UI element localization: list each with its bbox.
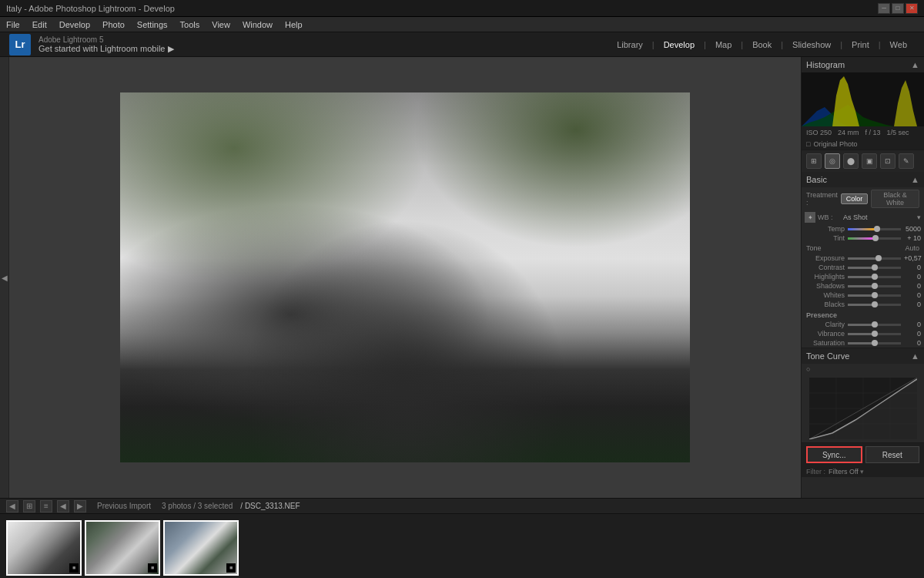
menu-tools[interactable]: Tools (180, 20, 200, 29)
filmstrip-next-button[interactable]: ▶ (74, 500, 86, 512)
filmstrip-back-button[interactable]: ◀ (6, 500, 18, 512)
minimize-button[interactable]: ─ (878, 3, 890, 14)
sync-button[interactable]: Sync... (806, 446, 862, 463)
exposure-slider[interactable] (848, 257, 901, 260)
center-content (9, 57, 801, 498)
tint-slider[interactable] (848, 237, 901, 240)
tone-curve-title: Tone Curve (806, 351, 849, 361)
nav-slideshow[interactable]: Slideshow (785, 37, 839, 52)
close-button[interactable]: ✕ (906, 3, 918, 14)
menu-bar: File Edit Develop Photo Settings Tools V… (0, 17, 924, 32)
sync-reset-bar: Sync... Reset (802, 443, 924, 466)
lr-logo: Lr (9, 34, 31, 55)
original-photo-icon: □ (806, 140, 810, 148)
contrast-slider-row: Contrast 0 (802, 263, 924, 272)
blacks-value: 0 (904, 301, 921, 308)
wb-picker-icon[interactable]: ✦ (805, 212, 815, 223)
clarity-slider[interactable] (848, 324, 901, 326)
histogram-section: Histogram ▲ ISO 250 (802, 57, 924, 150)
vibrance-value: 0 (904, 330, 921, 338)
basic-collapse-icon: ▲ (911, 175, 919, 184)
thumbnail-3[interactable]: ■ (163, 520, 239, 576)
tone-curve-header[interactable]: Tone Curve ▲ (802, 348, 924, 364)
menu-develop[interactable]: Develop (59, 20, 90, 29)
tint-slider-row: Tint + 10 (802, 234, 924, 243)
color-treatment-button[interactable]: Color (841, 193, 869, 204)
presence-label: Presence (802, 309, 924, 320)
nav-book[interactable]: Book (745, 37, 779, 52)
nav-web[interactable]: Web (882, 37, 915, 52)
tone-auto-button[interactable]: Auto (905, 244, 919, 252)
contrast-label: Contrast (805, 264, 845, 271)
saturation-slider[interactable] (848, 342, 901, 344)
blacks-slider-row: Blacks 0 (802, 300, 924, 309)
highlights-slider[interactable] (848, 276, 901, 278)
reset-button[interactable]: Reset (865, 446, 920, 463)
lr-subtitle-arrow[interactable]: ▶ (168, 44, 174, 54)
whites-slider[interactable] (848, 294, 901, 297)
filmstrip-prev-button[interactable]: ◀ (57, 500, 69, 512)
nav-develop[interactable]: Develop (656, 37, 702, 52)
photo-content (120, 92, 690, 462)
nav-library[interactable]: Library (609, 37, 651, 52)
heal-tool[interactable]: ◎ (825, 153, 840, 169)
exposure-value: +0,57 (904, 254, 921, 262)
wb-label: WB : (818, 213, 841, 221)
shadows-slider[interactable] (848, 285, 901, 287)
thumbnail-2[interactable]: ■ (85, 520, 160, 576)
crop-tool[interactable]: ⊞ (806, 153, 822, 169)
right-panel: Histogram ▲ ISO 250 (801, 57, 924, 498)
filter-dropdown-icon[interactable]: ▾ (860, 468, 864, 476)
menu-photo[interactable]: Photo (102, 20, 125, 29)
bw-treatment-button[interactable]: Black & White (871, 190, 919, 208)
temp-slider-row: Temp 5000 (802, 224, 924, 234)
histogram-meta: ISO 250 24 mm f / 13 1/5 sec (802, 126, 924, 139)
filter-value: Filters Off (829, 468, 859, 476)
thumbnail-1[interactable]: ■ (6, 520, 82, 576)
radial-filter-tool[interactable]: ⊡ (880, 153, 896, 169)
grad-filter-tool[interactable]: ▣ (862, 153, 877, 169)
basic-panel-section: Basic ▲ Treatment : Color Black & White … (802, 172, 924, 348)
vibrance-slider[interactable] (848, 333, 901, 335)
temp-value: 5000 (904, 225, 921, 233)
maximize-button[interactable]: □ (892, 3, 904, 14)
treatment-label: Treatment : (806, 191, 838, 207)
tone-curve-collapse-icon: ▲ (911, 351, 919, 361)
menu-settings[interactable]: Settings (137, 20, 168, 29)
contrast-value: 0 (904, 264, 921, 271)
saturation-value: 0 (904, 339, 921, 347)
wb-dropdown-icon[interactable]: ▾ (917, 213, 921, 221)
menu-help[interactable]: Help (285, 20, 303, 29)
brush-tool[interactable]: ✎ (899, 153, 914, 169)
filmstrip-view-grid[interactable]: ⊞ (23, 500, 35, 512)
main-photo (120, 92, 690, 462)
left-panel-arrow: ◀ (2, 274, 8, 282)
menu-file[interactable]: File (6, 20, 20, 29)
lr-subtitle: Get started with Lightroom mobile ▶ (38, 44, 174, 54)
histogram-original: □ Original Photo (802, 139, 924, 150)
nav-map[interactable]: Map (708, 37, 739, 52)
tone-curve-point-icon[interactable]: ○ (806, 365, 810, 373)
original-photo-label: Original Photo (813, 140, 857, 148)
menu-view[interactable]: View (212, 20, 230, 29)
left-panel-toggle[interactable]: ◀ (0, 57, 9, 498)
main-layout: ◀ Histogram ▲ (0, 57, 924, 498)
temp-slider[interactable] (848, 228, 901, 230)
filmstrip-view-list[interactable]: ≡ (40, 500, 52, 512)
title-bar: Italy - Adobe Photoshop Lightroom - Deve… (0, 0, 924, 17)
lr-app-name: Adobe Lightroom 5 (38, 35, 174, 44)
filmstrip-prev-label: Previous Import (97, 502, 151, 510)
blacks-slider[interactable] (848, 304, 901, 306)
redeye-tool[interactable]: ⬤ (843, 153, 859, 169)
lr-header-left: Adobe Lightroom 5 Get started with Light… (38, 35, 174, 54)
nav-print[interactable]: Print (844, 37, 877, 52)
wb-value: As Shot (843, 213, 915, 221)
menu-window[interactable]: Window (243, 20, 273, 29)
temp-label: Temp (805, 225, 845, 233)
exposure-slider-row: Exposure +0,57 (802, 254, 924, 263)
contrast-slider[interactable] (848, 267, 901, 269)
basic-title: Basic (806, 175, 827, 184)
basic-panel-header[interactable]: Basic ▲ (802, 172, 924, 187)
menu-edit[interactable]: Edit (32, 20, 47, 29)
histogram-header[interactable]: Histogram ▲ (802, 57, 924, 72)
